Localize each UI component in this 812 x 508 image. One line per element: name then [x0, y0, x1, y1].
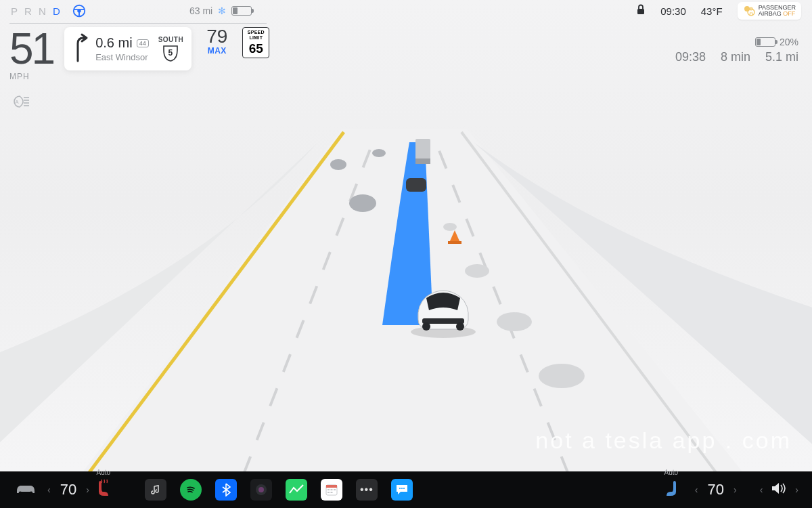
outside-temp: 43°F: [701, 5, 723, 17]
more-apps-button[interactable]: •••: [356, 479, 378, 501]
clock: 09:30: [660, 5, 686, 17]
svg-point-9: [497, 312, 532, 331]
bottom-dock: ‹ 70 › Auto ••• Auto ‹ 70: [0, 471, 812, 508]
dashcam-app-button[interactable]: [250, 479, 272, 501]
calendar-app-button[interactable]: [321, 479, 342, 501]
svg-rect-3: [406, 178, 426, 192]
range-remaining: 63 mi: [189, 5, 212, 16]
battery-icon: [755, 37, 775, 47]
nav-distance: 0.6 mi: [95, 35, 132, 51]
volume-control[interactable]: ‹ ›: [760, 482, 798, 498]
svg-point-39: [401, 488, 403, 489]
speed-limit-sign: SPEED LIMIT 65: [242, 27, 269, 58]
navigation-card[interactable]: 0.6 mi 44 East Windsor SOUTH 5: [64, 27, 191, 70]
app-launcher: •••: [145, 479, 413, 501]
svg-point-14: [456, 322, 464, 331]
trip-distance: 5.1 mi: [765, 50, 798, 64]
nav-destination: East Windsor: [95, 52, 148, 62]
spotify-app-button[interactable]: [180, 479, 202, 501]
route-shield: SOUTH 5: [158, 36, 184, 62]
gear-selector: P R N D: [11, 5, 62, 17]
svg-point-26: [19, 492, 22, 495]
snowflake-icon: ✻: [218, 5, 226, 16]
svg-point-8: [443, 223, 457, 231]
trip-eta: 09:38: [675, 50, 706, 64]
svg-point-7: [465, 264, 489, 278]
svg-rect-32: [326, 485, 337, 488]
svg-rect-6: [448, 241, 461, 244]
chevron-right-icon[interactable]: ›: [795, 484, 798, 495]
left-seat-heat[interactable]: Auto: [95, 478, 112, 501]
current-speed: 51: [9, 27, 53, 70]
svg-point-38: [399, 488, 401, 489]
lock-icon[interactable]: [636, 4, 646, 18]
autopilot-icon: [72, 3, 87, 18]
chevron-right-icon[interactable]: ›: [86, 484, 89, 495]
instrument-cluster: 51 MPH 0.6 mi 44 East Windsor SOUTH 5 79…: [9, 27, 269, 81]
svg-rect-5: [415, 158, 430, 164]
left-temp[interactable]: 70: [60, 481, 76, 499]
airbag-badge: PASSENGER AIRBAG OFF: [738, 2, 801, 20]
svg-rect-36: [328, 492, 330, 493]
svg-rect-35: [334, 489, 336, 490]
bluetooth-app-button[interactable]: [215, 479, 237, 501]
volume-icon[interactable]: [771, 482, 787, 498]
svg-rect-4: [415, 139, 430, 162]
left-climate[interactable]: ‹ 70 ›: [47, 481, 89, 499]
battery-icon: [231, 6, 252, 16]
svg-point-1: [330, 159, 346, 170]
right-seat-heat[interactable]: Auto: [662, 478, 680, 501]
svg-rect-17: [637, 9, 644, 14]
svg-rect-33: [328, 489, 330, 490]
svg-point-10: [539, 364, 585, 388]
trip-duration: 8 min: [721, 50, 750, 64]
watermark: not a tesla app . com: [535, 427, 792, 454]
svg-rect-12: [422, 318, 464, 324]
messages-app-button[interactable]: [391, 479, 413, 501]
chevron-left-icon[interactable]: ‹: [695, 484, 698, 495]
svg-text:5: 5: [168, 48, 173, 58]
right-temp[interactable]: 70: [708, 481, 724, 499]
svg-rect-34: [330, 489, 332, 490]
svg-text:A: A: [15, 99, 19, 105]
svg-point-27: [30, 492, 33, 495]
autopilot-set-speed[interactable]: 79 MAX: [206, 27, 227, 56]
airbag-icon: [743, 5, 755, 17]
svg-point-29: [258, 487, 264, 492]
chevron-right-icon[interactable]: ›: [734, 484, 737, 495]
svg-point-0: [349, 194, 376, 212]
auto-headlight-icon: A: [11, 95, 30, 111]
trip-info[interactable]: 20% 09:38 8 min 5.1 mi: [675, 37, 798, 64]
svg-point-13: [422, 322, 430, 331]
exit-badge: 44: [137, 39, 149, 47]
chevron-left-icon[interactable]: ‹: [47, 484, 51, 495]
right-climate[interactable]: ‹ 70 ›: [695, 481, 737, 499]
arrival-battery: 20%: [780, 37, 798, 47]
energy-app-button[interactable]: [286, 479, 307, 501]
chevron-left-icon[interactable]: ‹: [760, 484, 763, 495]
svg-rect-37: [330, 492, 332, 493]
turn-right-icon: [70, 33, 89, 65]
car-controls-button[interactable]: [14, 480, 38, 499]
svg-point-2: [372, 149, 386, 157]
speed-unit: MPH: [9, 72, 53, 81]
svg-point-40: [403, 488, 405, 489]
svg-point-18: [744, 6, 750, 12]
music-app-button[interactable]: [145, 479, 166, 501]
